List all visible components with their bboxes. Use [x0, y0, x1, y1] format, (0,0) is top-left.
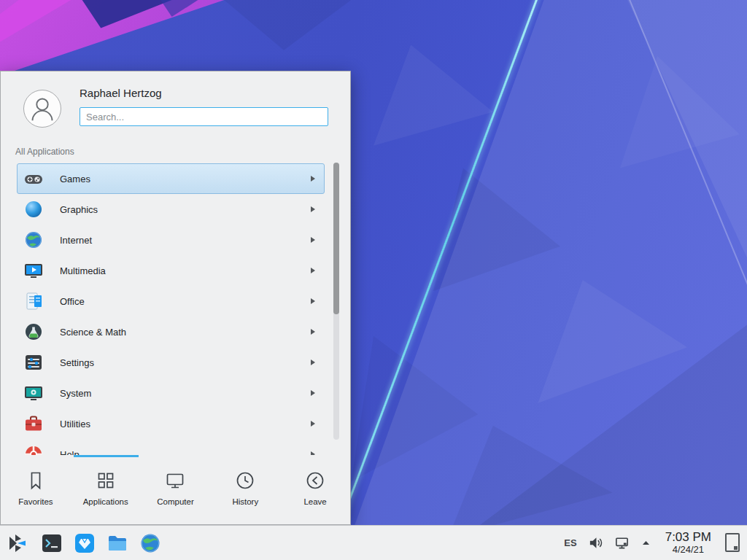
category-science-math[interactable]: Science & Math	[17, 316, 325, 347]
submenu-arrow-icon	[311, 359, 315, 365]
tab-applications[interactable]: Applications	[71, 455, 141, 524]
taskbar-panel: ES 7:03 PM 4/24/21	[0, 525, 747, 560]
category-games[interactable]: Games	[17, 163, 325, 194]
keyboard-layout-indicator[interactable]: ES	[564, 537, 576, 548]
clock-time: 7:03 PM	[665, 530, 711, 545]
settings-icon	[23, 352, 44, 373]
submenu-arrow-icon	[311, 176, 315, 182]
leave-icon	[304, 470, 326, 491]
tab-label: Computer	[157, 497, 194, 506]
application-launcher-icon[interactable]	[6, 531, 31, 556]
system-tray: ES 7:03 PM 4/24/21	[564, 530, 747, 555]
network-icon[interactable]	[614, 535, 630, 551]
category-label: Multimedia	[60, 265, 106, 276]
bookmark-icon	[25, 470, 47, 491]
submenu-arrow-icon	[311, 329, 315, 335]
category-label: Games	[60, 174, 90, 184]
submenu-arrow-icon	[311, 206, 315, 212]
search-input[interactable]	[80, 107, 328, 126]
office-icon	[23, 291, 44, 311]
user-name: Raphael Hertzog	[80, 87, 162, 99]
graphics-icon	[23, 199, 44, 219]
submenu-arrow-icon	[311, 298, 315, 304]
grid-icon	[95, 470, 117, 491]
scrollbar-track[interactable]	[333, 163, 339, 440]
tab-label: History	[232, 497, 258, 506]
application-launcher-menu: Raphael Hertzog All Applications Games G…	[0, 71, 351, 525]
launcher-tab-bar: Favorites Applications Computer History	[1, 455, 350, 524]
section-label: All Applications	[15, 147, 74, 157]
science-icon	[23, 322, 44, 342]
category-label: Utilities	[60, 419, 90, 429]
clock-icon	[234, 470, 256, 491]
tab-label: Applications	[83, 497, 128, 506]
category-list: Games Graphics Internet Multimedia	[17, 163, 325, 470]
category-utilities[interactable]: Utilities	[17, 408, 325, 439]
category-settings[interactable]: Settings	[17, 347, 325, 378]
web-browser-icon[interactable]	[139, 532, 162, 555]
submenu-arrow-icon	[311, 237, 315, 243]
tab-history[interactable]: History	[210, 455, 280, 524]
submenu-arrow-icon	[311, 390, 315, 396]
terminal-icon[interactable]	[40, 532, 63, 555]
category-label: Graphics	[60, 204, 98, 215]
system-icon	[23, 383, 44, 403]
software-center-icon[interactable]	[73, 532, 96, 555]
show-desktop-icon[interactable]	[725, 533, 740, 552]
clock-date: 4/24/21	[673, 545, 704, 556]
active-tab-indicator	[74, 455, 139, 457]
category-multimedia[interactable]: Multimedia	[17, 255, 325, 286]
taskbar-left	[0, 531, 162, 556]
multimedia-icon	[23, 260, 44, 281]
submenu-arrow-icon	[311, 268, 315, 273]
scrollbar-thumb[interactable]	[333, 163, 339, 314]
tab-favorites[interactable]: Favorites	[1, 455, 71, 524]
category-label: Settings	[60, 357, 94, 368]
category-label: Science & Math	[60, 327, 126, 338]
clock-widget[interactable]: 7:03 PM 4/24/21	[662, 530, 714, 555]
tab-label: Leave	[303, 497, 326, 506]
submenu-arrow-icon	[311, 421, 315, 427]
category-graphics[interactable]: Graphics	[17, 194, 325, 225]
category-internet[interactable]: Internet	[17, 225, 325, 255]
category-system[interactable]: System	[17, 378, 325, 408]
internet-icon	[23, 230, 44, 250]
category-label: System	[60, 388, 91, 399]
games-icon	[23, 168, 44, 189]
expand-panel-icon[interactable]	[640, 537, 651, 548]
monitor-icon	[164, 470, 186, 491]
category-label: Office	[60, 296, 85, 307]
file-manager-icon[interactable]	[106, 532, 129, 555]
user-avatar[interactable]	[23, 90, 61, 128]
tab-leave[interactable]: Leave	[280, 455, 350, 524]
category-label: Internet	[60, 235, 92, 246]
tab-computer[interactable]: Computer	[141, 455, 211, 524]
tab-label: Favorites	[18, 497, 53, 506]
utilities-icon	[23, 413, 44, 434]
volume-icon[interactable]	[588, 535, 603, 551]
category-office[interactable]: Office	[17, 286, 325, 316]
